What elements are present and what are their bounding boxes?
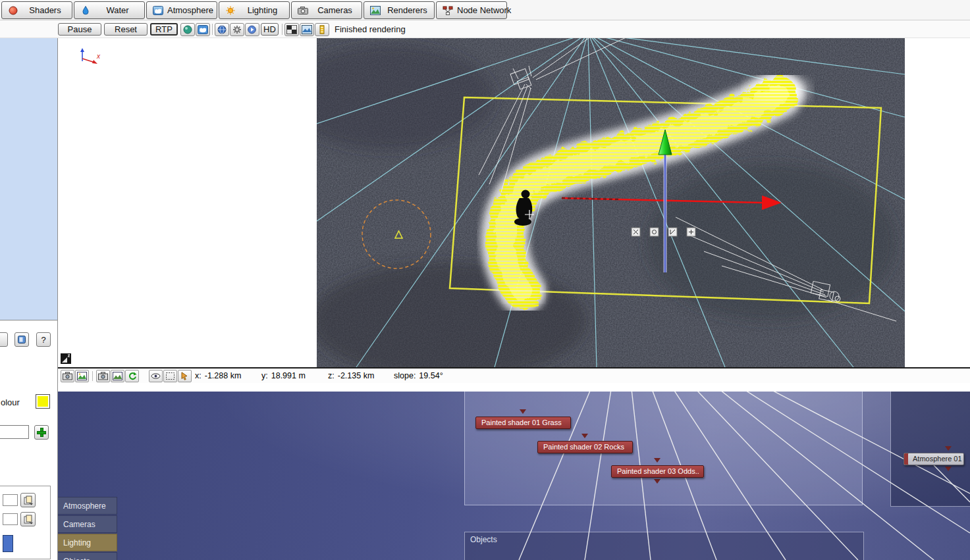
node-graph-icon [442,5,453,15]
tab-label: Atmosphere [167,5,217,15]
toolbar-separator [212,24,213,35]
coordinate-z: z: -2.135 km [328,371,374,380]
render-image-button[interactable] [75,370,89,382]
colour-slot[interactable] [3,535,13,552]
tab-cameras[interactable]: Cameras [291,1,362,19]
partial-button[interactable] [0,332,8,347]
atmosphere-group-box[interactable] [890,392,970,507]
sun-icon [225,5,236,15]
assign-shader-button[interactable] [20,512,36,526]
node-network-panel[interactable]: Objects Painted shader 01 Grass Painted … [58,392,970,560]
coord-label: z: [328,371,335,380]
preview-sphere-button[interactable] [180,23,195,36]
3d-preview-pane[interactable]: x [58,38,970,367]
coord-value: -2.135 km [338,371,375,380]
coordinate-slope: slope: 19.54° [394,371,443,380]
category-cameras[interactable]: Cameras [58,515,117,533]
coordinate-y: y: 18.991 m [261,371,306,380]
hd-button[interactable]: HD [261,23,279,36]
value-input[interactable] [0,425,29,439]
slot-input[interactable] [3,513,18,525]
snapshot-image-button[interactable] [300,23,314,36]
node-connector-triangle[interactable] [654,479,660,484]
render-snapshot-button[interactable] [61,370,74,382]
copy-view-image-button[interactable] [111,370,124,382]
add-button[interactable] [34,425,49,440]
tab-label: Node Network [457,5,515,15]
colour-swatch[interactable] [36,394,50,409]
coord-value: -1.288 km [205,371,242,380]
camera-icon [297,5,308,15]
plus-icon [38,428,45,436]
tab-lighting[interactable]: Lighting [219,1,290,19]
viewport-axis-gizmo: x [78,46,103,66]
node-connector-triangle[interactable] [520,409,526,414]
globe-button[interactable] [215,23,229,36]
tab-label: Renderers [385,5,434,15]
top-tab-bar: Shaders Water Atmosphere [0,0,970,20]
refresh-view-button[interactable] [125,370,139,382]
play-sphere-button[interactable] [245,23,259,36]
render-view[interactable] [317,38,905,367]
category-objects[interactable]: Objects [58,552,117,560]
pause-button[interactable]: Pause [58,23,101,36]
tab-node-network[interactable]: Node Network [436,1,507,19]
reset-button[interactable]: Reset [104,23,148,36]
slot-input[interactable] [3,494,18,506]
coordinate-x: x: -1.288 km [195,371,241,380]
objects-group-box[interactable]: Objects [464,532,864,560]
group-label: Objects [465,532,863,544]
gear-button[interactable] [230,23,244,36]
assign-shader-button[interactable] [20,493,36,507]
tab-water[interactable]: Water [74,1,145,19]
preview-statusbar: x: -1.288 km y: 18.991 m z: -2.135 km sl… [58,367,970,383]
node-painted-shader-rocks[interactable]: Painted shader 02 Rocks [537,441,633,453]
eye-visibility-button[interactable] [149,370,163,382]
render-image-icon [369,5,381,15]
coord-label: y: [261,371,268,380]
rtp-button[interactable]: RTP [150,23,178,36]
category-atmosphere[interactable]: Atmosphere [58,497,117,515]
quality-gauge-button[interactable] [315,23,329,36]
shader-list-panel[interactable] [0,38,57,320]
node-connector-triangle[interactable] [654,458,660,463]
node-painted-shader-grass[interactable]: Painted shader 01 Grass [475,417,571,429]
copy-view-camera-button[interactable] [96,370,110,382]
tab-atmosphere[interactable]: Atmosphere [146,1,217,19]
preview-atmosphere-button[interactable] [196,23,210,36]
shaders-group-box[interactable] [464,392,863,505]
tab-label: Cameras [312,5,362,15]
tab-renderers[interactable]: Renderers [364,1,435,19]
node-connector-triangle[interactable] [581,434,588,438]
coord-label: x: [195,371,202,380]
checker-detail-button[interactable] [284,23,299,36]
render-status-text: Finished rendering [335,24,406,34]
coord-value: 19.54° [419,371,443,380]
left-sidebar: ? olour [0,38,58,560]
axis-toggle-icon[interactable] [61,353,71,364]
cloud-icon [152,5,163,15]
tab-label: Shaders [22,5,72,15]
node-atmosphere-01[interactable]: Atmosphere 01 [903,453,964,465]
shader-sphere-icon [7,5,18,15]
colour-label: olour [1,397,20,407]
tab-shaders[interactable]: Shaders [1,1,72,19]
node-connector-triangle[interactable] [945,446,952,451]
shader-slots-box [0,486,51,559]
water-drop-icon [80,5,91,15]
render-toolbar: Pause Reset RTP [0,20,970,38]
coord-label: slope: [394,371,416,380]
tab-label: Water [95,5,144,15]
axis-x-label: x [96,53,101,60]
statusbar-separator [92,371,93,381]
category-lighting[interactable]: Lighting [58,534,117,551]
node-painted-shader-odds[interactable]: Painted shader 03 Odds.. [611,465,704,478]
coord-value: 18.991 m [271,371,306,380]
fit-view-button[interactable] [163,370,177,382]
node-connector-triangle[interactable] [945,467,952,471]
help-button[interactable]: ? [36,332,51,347]
tab-label: Lighting [240,5,289,15]
application-window: Shaders Water Atmosphere [0,0,970,560]
cursor-pick-button[interactable] [178,370,192,382]
preview-toggle-button[interactable] [14,332,29,347]
